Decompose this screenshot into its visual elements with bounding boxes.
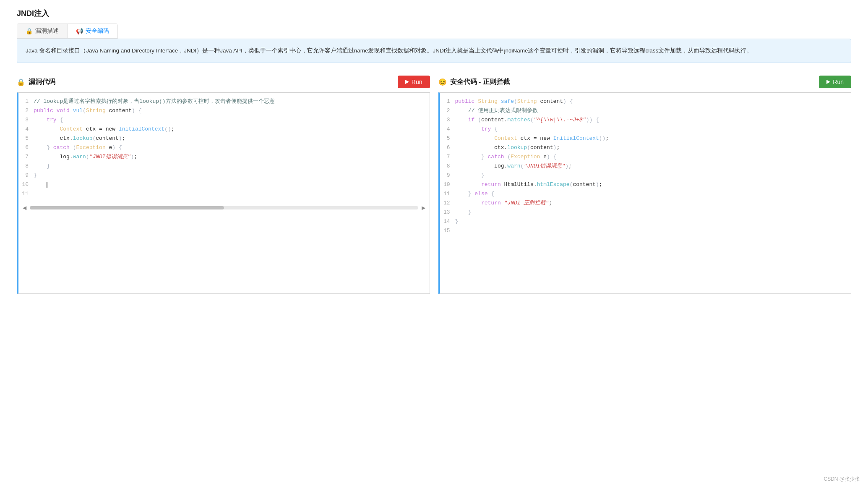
right-code-line-12: return "JNDI 正则拦截";	[455, 199, 847, 208]
scrollbar-right-arrow[interactable]: ▶	[422, 205, 425, 211]
tab-safe-icon: 📢	[76, 28, 83, 34]
left-title-text: 漏洞代码	[29, 78, 55, 86]
left-code-line-5: Context ctx = new InitialContext();	[34, 125, 425, 134]
right-code-line-4: try {	[455, 125, 847, 134]
right-code-line-13: }	[455, 208, 847, 217]
right-line-numbers: 1 2 3 4 5 6 7 8 9 10 11 12 13 14	[440, 97, 455, 236]
left-code-panel: 🔒 漏洞代码 Run 1 2 3 4 5 6	[17, 76, 430, 294]
left-code-line-4: try {	[34, 115, 425, 125]
tabs-container: 🔒 漏洞描述 📢 安全编码	[0, 24, 868, 39]
left-run-triangle-icon	[405, 80, 409, 84]
left-code-line-3: public void vul(String content) {	[34, 106, 425, 115]
code-panels: 🔒 漏洞代码 Run 1 2 3 4 5 6	[17, 76, 851, 294]
right-title-icon: 😊	[438, 78, 447, 86]
right-code-line-5: Context ctx = new InitialContext();	[455, 134, 847, 143]
tab-safe[interactable]: 📢 安全编码	[68, 24, 117, 38]
description-box: Java 命名和目录接口（Java Naming and Directory I…	[17, 39, 851, 63]
right-code-editor[interactable]: 1 2 3 4 5 6 7 8 9 10 11 12 13 14	[438, 92, 852, 294]
right-run-triangle-icon	[826, 80, 830, 84]
right-run-label: Run	[833, 79, 844, 85]
left-run-label: Run	[412, 79, 422, 85]
left-code-line-11	[34, 180, 425, 189]
left-code-content: // lookup是通过名字检索执行的对象，当lookup()方法的参数可控时，…	[34, 97, 430, 199]
left-code-lines: 1 2 3 4 5 6 7 8 9 10 11 // lookup是通过名字检索…	[18, 93, 430, 203]
right-title-text: 安全代码 - 正则拦截	[450, 78, 510, 86]
left-code-line-1: // lookup是通过名字检索执行的对象，当lookup()方法的参数可控时，…	[34, 97, 425, 106]
left-code-editor[interactable]: 1 2 3 4 5 6 7 8 9 10 11 // lookup是通过名字检索…	[17, 92, 430, 294]
tab-vuln-label: 漏洞描述	[35, 27, 59, 35]
page-title: JNDI注入	[0, 0, 868, 24]
left-scrollbar[interactable]: ◀ ▶	[18, 203, 430, 212]
text-cursor	[47, 182, 47, 188]
right-code-line-3: if (content.matches("^[\\w|\\.-~J+$")) {	[455, 115, 847, 125]
left-run-button[interactable]: Run	[398, 76, 430, 88]
code-section: 🔒 漏洞代码 Run 1 2 3 4 5 6	[0, 67, 868, 302]
right-code-line-8: log.warn("JNDI错误消息");	[455, 162, 847, 171]
right-code-line-9: }	[455, 171, 847, 180]
left-line-numbers: 1 2 3 4 5 6 7 8 9 10 11	[18, 97, 34, 199]
right-code-line-6: ctx.lookup(content);	[455, 143, 847, 152]
left-code-line-9: }	[34, 162, 425, 171]
right-code-line-10: return HtmlUtils.htmlEscape(content);	[455, 180, 847, 189]
tab-safe-label: 安全编码	[86, 27, 109, 35]
left-code-line-10: }	[34, 171, 425, 180]
left-code-line-7: } catch (Exception e) {	[34, 143, 425, 152]
right-code-line-7: } catch (Exception e) {	[455, 152, 847, 162]
left-code-line-6: ctx.lookup(content);	[34, 134, 425, 143]
left-panel-title: 🔒 漏洞代码	[17, 78, 55, 86]
left-panel-header: 🔒 漏洞代码 Run	[17, 76, 430, 88]
right-code-line-11: } else {	[455, 189, 847, 199]
right-panel-header: 😊 安全代码 - 正则拦截 Run	[438, 76, 852, 88]
scrollbar-thumb[interactable]	[30, 206, 224, 209]
right-code-lines: 1 2 3 4 5 6 7 8 9 10 11 12 13 14	[440, 93, 851, 240]
description-text: Java 命名和目录接口（Java Naming and Directory I…	[26, 47, 752, 54]
tabs: 🔒 漏洞描述 📢 安全编码	[17, 24, 118, 39]
right-code-line-2: // 使用正则表达式限制参数	[455, 106, 847, 115]
right-run-button[interactable]: Run	[819, 76, 851, 88]
scrollbar-left-arrow[interactable]: ◀	[23, 205, 26, 211]
right-code-line-1: public String safe(String content) {	[455, 97, 847, 106]
right-code-line-14: }	[455, 217, 847, 226]
tab-vuln[interactable]: 🔒 漏洞描述	[17, 24, 68, 38]
left-code-line-8: log.warn("JNDI错误消息");	[34, 152, 425, 162]
right-code-panel: 😊 安全代码 - 正则拦截 Run 1 2 3 4 5 6	[438, 76, 852, 294]
left-title-icon: 🔒	[17, 78, 25, 86]
scrollbar-track[interactable]	[30, 206, 418, 209]
right-code-content: public String safe(String content) { // …	[455, 97, 851, 236]
tab-vuln-icon: 🔒	[26, 28, 33, 34]
right-panel-title: 😊 安全代码 - 正则拦截	[438, 78, 510, 86]
